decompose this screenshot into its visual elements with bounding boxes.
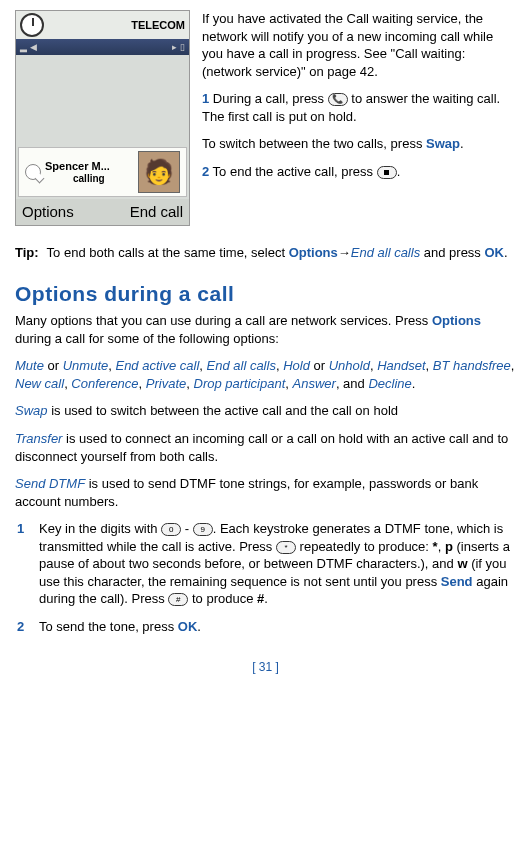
page-number: [ 31 ] — [15, 659, 516, 675]
phone-status-bar: TELECOM — [16, 11, 189, 39]
phone-signal-bar: ▂ ◀ ▸ ▯ — [16, 39, 189, 55]
send-link: Send — [441, 574, 473, 589]
intro-switch: To switch between the two calls, press S… — [202, 135, 516, 153]
key-star-icon: * — [276, 541, 296, 554]
intro-text: If you have activated the Call waiting s… — [202, 10, 516, 226]
key-9-icon: 9 — [193, 523, 213, 536]
tip-label: Tip: — [15, 244, 39, 262]
section-intro: Many options that you can use during a c… — [15, 312, 516, 347]
caller-status: calling — [45, 172, 138, 186]
tip-row: Tip: To end both calls at the same time,… — [15, 244, 516, 262]
signal-icon: ▂ ◀ — [20, 41, 37, 53]
incoming-call-row: Spencer M... calling 🧑 — [18, 147, 187, 197]
softkey-left: Options — [22, 202, 74, 222]
options-link-2: Options — [432, 313, 481, 328]
numbered-step-1: 1 Key in the digits with 0 - 9. Each key… — [15, 520, 516, 608]
phone-carrier: TELECOM — [131, 18, 185, 33]
transfer-para: Transfer is used to connect an incoming … — [15, 430, 516, 465]
clock-icon — [20, 13, 44, 37]
swap-link: Swap — [426, 136, 460, 151]
dtmf-para: Send DTMF is used to send DTMF tone stri… — [15, 475, 516, 510]
intro-para1: If you have activated the Call waiting s… — [202, 10, 516, 80]
end-all-calls-link: End all calls — [351, 245, 420, 260]
tip-body: To end both calls at the same time, sele… — [47, 244, 516, 262]
step-num-2: 2 — [17, 618, 27, 636]
dial-key-icon — [328, 93, 348, 106]
end-key-icon — [377, 166, 397, 179]
battery-icon: ▸ ▯ — [172, 41, 185, 53]
step-num-1: 1 — [17, 520, 27, 608]
speech-bubble-icon — [25, 164, 41, 180]
key-hash-icon: # — [168, 593, 188, 606]
numbered-step-2: 2 To send the tone, press OK. — [15, 618, 516, 636]
softkey-right: End call — [130, 202, 183, 222]
phone-body — [16, 55, 189, 145]
caller-avatar: 🧑 — [138, 151, 180, 193]
intro-step2: 2 To end the active call, press . — [202, 163, 516, 181]
key-0-icon: 0 — [161, 523, 181, 536]
intro-step1: 1 During a call, press to answer the wai… — [202, 90, 516, 125]
phone-screenshot: TELECOM ▂ ◀ ▸ ▯ Spencer M... calling 🧑 O… — [15, 10, 190, 226]
ok-link: OK — [484, 245, 504, 260]
options-link: Options — [289, 245, 338, 260]
ok-link-2: OK — [178, 619, 198, 634]
swap-para: Swap is used to switch between the activ… — [15, 402, 516, 420]
section-title: Options during a call — [15, 280, 516, 308]
options-list: Mute or Unmute, End active call, End all… — [15, 357, 516, 392]
